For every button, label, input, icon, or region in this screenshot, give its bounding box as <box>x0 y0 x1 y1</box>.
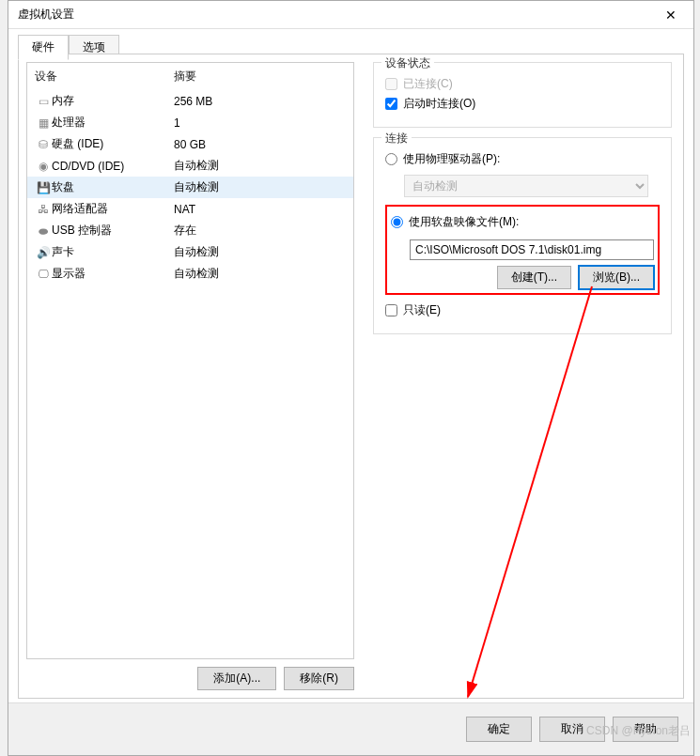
ok-button[interactable]: 确定 <box>466 717 532 742</box>
hw-memory[interactable]: ▭内存256 MB <box>27 90 353 112</box>
sound-icon: 🔊 <box>35 246 52 259</box>
connection-title: 连接 <box>381 131 412 147</box>
connected-checkbox <box>385 78 397 90</box>
hdd-icon: ⛁ <box>35 138 52 151</box>
hardware-list-header: 设备 摘要 <box>27 63 353 90</box>
hardware-column: 设备 摘要 ▭内存256 MB ▦处理器1 ⛁硬盘 (IDE)80 GB ◉CD… <box>19 54 362 698</box>
connect-on-label[interactable]: 启动时连接(O) <box>403 96 475 112</box>
hw-network[interactable]: 🖧网络适配器NAT <box>27 198 353 220</box>
readonly-label[interactable]: 只读(E) <box>403 302 441 318</box>
display-icon: 🖵 <box>35 268 52 281</box>
disc-icon: ◉ <box>35 160 52 173</box>
image-file-highlighted: 使用软盘映像文件(M): 创建(T)... 浏览(B)... <box>385 205 660 295</box>
hw-cddvd[interactable]: ◉CD/DVD (IDE)自动检测 <box>27 155 353 177</box>
connection-group: 连接 使用物理驱动器(P): 自动检测 使用软盘映像文件(M): 创建(T)..… <box>373 137 672 334</box>
col-summary: 摘要 <box>174 69 196 85</box>
hw-floppy[interactable]: 💾软盘自动检测 <box>27 177 353 198</box>
help-button[interactable]: 帮助 <box>613 717 678 742</box>
col-device: 设备 <box>35 69 174 85</box>
dialog-footer: 确定 取消 帮助 <box>8 702 693 755</box>
floppy-icon: 💾 <box>35 181 52 194</box>
hardware-list: 设备 摘要 ▭内存256 MB ▦处理器1 ⛁硬盘 (IDE)80 GB ◉CD… <box>26 62 354 659</box>
window-title: 虚拟机设置 <box>18 7 652 23</box>
hw-usb[interactable]: ⬬USB 控制器存在 <box>27 220 353 241</box>
image-label[interactable]: 使用软盘映像文件(M): <box>409 214 519 230</box>
create-button[interactable]: 创建(T)... <box>497 266 571 289</box>
cancel-button[interactable]: 取消 <box>539 717 605 742</box>
add-button[interactable]: 添加(A)... <box>197 667 276 690</box>
remove-button[interactable]: 移除(R) <box>284 667 354 690</box>
physical-label[interactable]: 使用物理驱动器(P): <box>403 151 500 167</box>
hw-hdd[interactable]: ⛁硬盘 (IDE)80 GB <box>27 133 353 155</box>
hw-cpu[interactable]: ▦处理器1 <box>27 112 353 133</box>
hw-display[interactable]: 🖵显示器自动检测 <box>27 263 353 285</box>
memory-icon: ▭ <box>35 95 52 108</box>
detail-column: 设备状态 已连接(C) 启动时连接(O) 连接 使用物理驱动器(P): 自动检测 <box>362 54 683 698</box>
usb-icon: ⬬ <box>35 224 52 238</box>
image-radio[interactable] <box>391 216 403 228</box>
close-icon[interactable]: ✕ <box>652 2 690 28</box>
status-title: 设备状态 <box>381 55 434 71</box>
connect-on-checkbox[interactable] <box>385 98 397 110</box>
connected-label: 已连接(C) <box>403 76 453 92</box>
vm-settings-dialog: 虚拟机设置 ✕ 硬件 选项 设备 摘要 ▭内存256 MB ▦处理器1 ⛁硬盘 … <box>8 0 694 756</box>
tab-hardware[interactable]: 硬件 <box>18 35 69 60</box>
image-path-input[interactable] <box>410 239 654 260</box>
network-icon: 🖧 <box>35 203 52 216</box>
device-status-group: 设备状态 已连接(C) 启动时连接(O) <box>373 62 672 128</box>
physical-radio[interactable] <box>385 153 397 165</box>
titlebar: 虚拟机设置 ✕ <box>8 1 693 29</box>
physical-drive-select: 自动检测 <box>404 175 648 197</box>
hardware-buttons: 添加(A)... 移除(R) <box>26 659 354 690</box>
hw-sound[interactable]: 🔊声卡自动检测 <box>27 241 353 263</box>
readonly-checkbox[interactable] <box>385 304 397 316</box>
cpu-icon: ▦ <box>35 116 52 130</box>
tab-pane: 设备 摘要 ▭内存256 MB ▦处理器1 ⛁硬盘 (IDE)80 GB ◉CD… <box>18 54 684 699</box>
browse-button[interactable]: 浏览(B)... <box>579 266 654 289</box>
